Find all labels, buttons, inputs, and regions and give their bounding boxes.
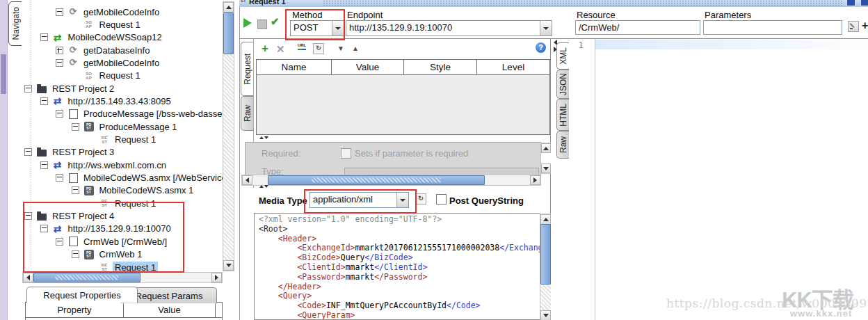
tree-expander-minus-icon[interactable] [24,85,32,93]
tab-request-properties[interactable]: Request Properties [26,287,138,303]
minimize-button[interactable] [846,0,855,6]
edit-parameters-icon[interactable] [848,21,859,32]
navigator-tab[interactable]: Navigato [8,1,23,46]
tree-item-label[interactable]: getMobileCodeInfo [81,57,161,69]
tree-item[interactable]: SOAPRequest 1 [22,18,143,31]
tab-xml[interactable]: XML [556,42,570,70]
tree-item-label[interactable]: MobileCodeWS.asmx [/WebServices [81,172,223,184]
tree-item[interactable]: ⟳getMobileCodeInfo [22,56,161,69]
xml-vertical-scrollbar[interactable] [540,214,552,320]
column-header-value[interactable]: Value [332,60,404,74]
caret-line-highlight[interactable] [595,40,868,49]
tree-item[interactable]: ProduceMessage [/bss-web-dasser [22,108,223,120]
column-header-style[interactable]: Style [404,60,477,74]
tree-item[interactable]: CrmWeb [/CrmWeb/] [22,235,169,248]
tree-item-label[interactable]: Request 1 [113,262,158,272]
detail-horizontal-scrollbar[interactable] [241,175,541,186]
tree-item-label[interactable]: ProduceMessage [/bss-web-dasser [81,108,223,120]
tree-item[interactable]: POSTCrmWeb 1 [22,248,144,261]
tree-expander-minus-icon[interactable] [40,97,48,105]
tree-item[interactable]: RESTRequest 1 [22,197,158,209]
detail-scroll-up-button[interactable] [541,143,551,153]
tree-item-label[interactable]: MobileCodeWS.asmx 1 [97,184,196,196]
tree-item[interactable]: POSTMobileCodeWS.asmx 1 [22,184,195,197]
tree-expander-minus-icon[interactable] [24,212,32,220]
tree-expander-minus-icon[interactable] [40,225,48,232]
project-tree[interactable]: ⟳getMobileCodeInfoSOAPRequest 1⇄MobileCo… [22,0,223,271]
tree-scroll-up-button[interactable] [223,2,234,13]
detail-vertical-scrollbar[interactable] [540,143,552,174]
tree-item[interactable]: RESTRequest 1 [22,134,158,146]
tree-item-label[interactable]: ProduceMessage 1 [97,121,179,133]
tree-item[interactable]: ⟳getMobileCodeInfo [22,6,161,18]
request-window-titlebar[interactable]: ST Request 1 [239,0,868,7]
detail-scroll-right-button[interactable] [530,175,540,185]
tree-expander-minus-icon[interactable] [56,238,63,246]
tree-item[interactable]: ⇄MobileCodeWSSoap12 [22,31,164,44]
add-icon[interactable]: + [862,19,868,32]
tree-scroll-right-button[interactable] [211,273,222,282]
tree-expander-minus-icon[interactable] [56,174,63,182]
maximize-button[interactable] [860,0,868,6]
column-header-name[interactable]: Name [257,60,332,74]
xml-vscroll-thumb[interactable] [540,224,551,285]
tree-item[interactable]: ⟳getDatabaseInfo [22,44,152,56]
refresh-params-icon[interactable]: ↻ [313,43,324,54]
tab-json[interactable]: JSON [556,70,570,99]
tree-expander-minus-icon[interactable] [72,250,79,258]
tree-item[interactable]: RESTRequest 1 [22,261,158,271]
tree-item-label[interactable]: REST Project 2 [50,83,116,95]
tree-vertical-scrollbar[interactable] [223,1,234,271]
xml-scroll-up-button[interactable] [540,214,551,225]
method-select[interactable]: POST [290,20,344,36]
tree-item[interactable]: REST Project 2 [22,82,116,95]
tree-item-label[interactable]: http://135.129.9.19:10070 [66,223,173,234]
cancel-request-button[interactable] [257,19,267,29]
tree-item-label[interactable]: Request 1 [113,134,158,145]
endpoint-dropdown-button[interactable] [540,21,552,35]
resubmit-check-icon[interactable]: ✔ [271,15,280,28]
tree-expander-plus-icon[interactable] [56,47,63,54]
media-type-dropdown-button[interactable] [396,193,408,207]
left-edge-scrollbar[interactable] [0,0,8,320]
tree-item[interactable]: REST Project 3 [22,146,116,159]
tree-item-label[interactable]: Request 1 [97,70,143,81]
resource-input[interactable] [575,20,700,35]
tree-expander-minus-icon[interactable] [56,110,63,118]
column-header-level[interactable]: Level [477,60,549,74]
detail-scroll-down-button[interactable] [541,163,551,173]
tree-vscroll-thumb[interactable] [223,13,234,54]
tree-item-label[interactable]: Request 1 [113,198,158,209]
tree-item-label[interactable]: REST Project 3 [50,146,116,158]
tree-item-label[interactable]: Request 1 [97,19,143,31]
tree-scroll-down-button[interactable] [223,260,234,271]
help-icon[interactable]: ? [536,42,546,53]
method-dropdown-button[interactable] [332,21,344,35]
column-header-property[interactable]: Property [26,303,124,318]
tree-item-label[interactable]: getDatabaseInfo [81,45,152,56]
move-param-up-icon[interactable]: ▲ [352,45,359,52]
tree-expander-minus-icon[interactable] [72,123,79,131]
tab-raw-view[interactable]: Raw [241,96,254,131]
tree-item-label[interactable]: CrmWeb 1 [97,248,145,260]
xml-scroll-down-button[interactable] [540,310,551,320]
tree-item[interactable]: SOAPRequest 1 [22,70,143,82]
tree-expander-minus-icon[interactable] [56,59,63,67]
required-checkbox[interactable] [341,148,351,159]
left-edge-scrollbar-thumb[interactable] [1,54,6,94]
post-querystring-checkbox[interactable] [436,194,447,205]
tab-request-view[interactable]: Request [241,42,254,96]
tree-item-label[interactable]: http://135.149.33.43:8095 [66,95,173,107]
refresh-media-type-icon[interactable]: ↻ [415,193,426,205]
tree-expander-minus-icon[interactable] [24,148,32,156]
tree-horizontal-scrollbar[interactable] [22,272,223,283]
endpoint-select[interactable]: http://135.129.9.19:10070 [346,20,552,36]
parameters-input[interactable] [703,20,842,35]
tree-expander-minus-icon[interactable] [72,186,79,194]
media-type-select[interactable]: application/xml [310,192,409,208]
tree-item[interactable]: MobileCodeWS.asmx [/WebServices [22,172,223,184]
tree-item-label[interactable]: REST Project 4 [50,210,116,222]
tab-raw[interactable]: Raw [556,131,570,159]
submit-request-button[interactable] [243,18,252,28]
tree-expander-minus-icon[interactable] [56,8,63,16]
